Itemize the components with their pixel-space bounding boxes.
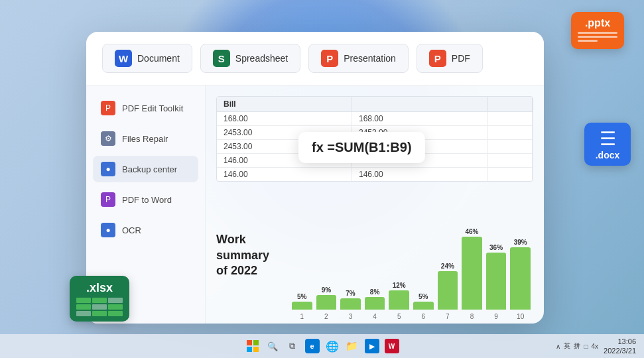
bar-rect	[413, 302, 434, 310]
taskbar-right: ∧ 英 拼 □ 4x 13:06 2022/3/21	[556, 337, 636, 356]
document-icon: W	[115, 50, 132, 67]
sidebar-item-files-repair[interactable]: ⚙ Files Repair	[93, 125, 198, 152]
pdf-toolkit-icon: P	[101, 101, 115, 115]
bar-pct-label: 5%	[297, 293, 306, 300]
bar-rect	[316, 295, 337, 310]
bar-column: 7% 3	[340, 290, 361, 320]
backup-center-label: Backup center	[122, 164, 177, 174]
bar-rect	[462, 237, 482, 310]
xlsx-ext: .xlsx	[76, 281, 123, 295]
pdf-toolkit-label: PDF Edit Toolkit	[122, 103, 183, 113]
toolbar-btn-document[interactable]: W Document	[102, 44, 192, 73]
bar-column: 9% 2	[316, 286, 337, 320]
bar-pct-label: 7%	[346, 290, 355, 297]
cell-col3	[488, 154, 533, 168]
taskbar-icons: 🔍 ⧉ e 🌐 📁 ▶ W	[245, 339, 399, 353]
xlsx-cell	[92, 298, 107, 303]
bar-rect	[365, 297, 385, 310]
xlsx-cell	[76, 298, 91, 303]
bar-rect	[486, 253, 507, 310]
files-repair-label: Files Repair	[122, 134, 168, 144]
pptx-lines	[578, 32, 617, 42]
taskbar-clock: 13:06 2022/3/21	[604, 337, 636, 356]
bar-pct-label: 9%	[322, 286, 331, 294]
bar-rect	[340, 298, 361, 310]
chart-title: Work summary of 2022	[216, 232, 289, 278]
bar-pct-label: 8%	[370, 288, 379, 296]
chrome-icon[interactable]: 🌐	[325, 339, 340, 353]
col-2-header	[352, 97, 488, 112]
toolbar-btn-spreadsheet[interactable]: S Spreadsheet	[200, 44, 300, 73]
xlsx-cell	[108, 298, 123, 303]
cell-col3	[488, 168, 533, 182]
bar-rect	[438, 271, 458, 310]
bar-x-label: 5	[397, 313, 401, 320]
toolbar-btn-pdf[interactable]: P PDF	[417, 44, 483, 73]
col-3-header	[488, 97, 533, 112]
chart-label: Work summary of 2022	[216, 191, 289, 320]
store-icon[interactable]: ▶	[365, 339, 379, 353]
cell-col3	[488, 140, 533, 154]
taskbar-time-val: 13:06	[604, 337, 636, 346]
presentation-label: Presentation	[344, 53, 396, 64]
app-icon[interactable]: W	[385, 339, 399, 353]
bar-x-label: 1	[300, 313, 304, 320]
cell-col3	[488, 126, 533, 140]
bar-x-label: 3	[349, 313, 353, 320]
toolbar-btn-presentation[interactable]: P Presentation	[308, 44, 409, 73]
taskbar-date-val: 2022/3/21	[604, 346, 636, 355]
bar-column: 8% 4	[365, 288, 385, 320]
bar-column: 5% 6	[413, 293, 434, 320]
bar-x-label: 9	[494, 313, 498, 320]
chart-title-line3: of 2022	[216, 264, 257, 277]
taskbar-sys-icons: ∧ 英 拼 □ 4x	[556, 341, 598, 351]
bar-pct-label: 46%	[465, 228, 478, 235]
pptx-line2	[578, 36, 617, 38]
bar-pct-label: 12%	[393, 282, 406, 289]
cell-col3	[488, 112, 533, 126]
xlsx-grid	[76, 298, 123, 316]
document-label: Document	[137, 53, 180, 64]
taskview-icon[interactable]: ⧉	[285, 339, 300, 353]
bar-column: 12% 5	[389, 282, 409, 320]
sys-chevron: ∧	[556, 343, 560, 350]
svg-rect-1	[253, 340, 259, 345]
cell-col1: 168.00	[217, 112, 352, 126]
bar-x-label: 7	[446, 313, 450, 320]
pptx-line1	[578, 32, 617, 34]
xlsx-cell	[92, 311, 107, 316]
presentation-icon: P	[321, 50, 338, 67]
windows-icon[interactable]	[245, 339, 260, 353]
edge-icon[interactable]: e	[305, 339, 320, 353]
folder-icon[interactable]: 📁	[345, 339, 359, 353]
sys-lang2: 拼	[574, 341, 580, 351]
pdf-to-word-label: PDF to Word	[122, 195, 172, 205]
pptx-badge: .pptx	[571, 12, 624, 49]
table-row: 146.00 146.00	[217, 168, 533, 182]
bar-column: 36% 9	[486, 244, 507, 320]
sidebar-item-backup-center[interactable]: ● Backup center	[93, 156, 198, 182]
sidebar-item-ocr[interactable]: ● OCR	[93, 217, 198, 243]
cell-col2: 168.00	[352, 112, 488, 126]
bar-x-label: 4	[373, 313, 377, 320]
svg-rect-3	[253, 347, 259, 352]
pdf-to-word-icon: P	[101, 192, 115, 207]
sidebar-item-pdf-to-word[interactable]: P PDF to Word	[93, 186, 198, 213]
sidebar-item-pdf-toolkit[interactable]: P PDF Edit Toolkit	[93, 95, 198, 121]
main-card: W Document S Spreadsheet P Presentation …	[86, 32, 544, 324]
formula-bar: fx =SUM(B1:B9)	[298, 132, 425, 163]
xlsx-cell	[76, 311, 91, 316]
bar-column: 5% 1	[292, 293, 312, 320]
cell-col2: 146.00	[352, 168, 488, 182]
bar-x-label: 6	[421, 313, 425, 320]
table-row: 168.00 168.00	[217, 112, 533, 126]
col-bill-header: Bill	[217, 97, 352, 112]
taskbar: 🔍 ⧉ e 🌐 📁 ▶ W ∧ 英 拼 □ 4x 13:06 2022/3/21	[0, 334, 644, 358]
sys-lang1: 英	[564, 341, 570, 351]
bars-wrapper: 5% 1 9% 2 7% 3 8% 4 12% 5 5% 6 24% 7 46%…	[289, 227, 533, 320]
xlsx-badge: .xlsx	[70, 276, 129, 322]
search-taskbar-icon[interactable]: 🔍	[265, 339, 280, 353]
ocr-icon: ●	[101, 223, 115, 237]
svg-rect-2	[247, 347, 252, 352]
backup-center-icon: ●	[101, 162, 115, 176]
